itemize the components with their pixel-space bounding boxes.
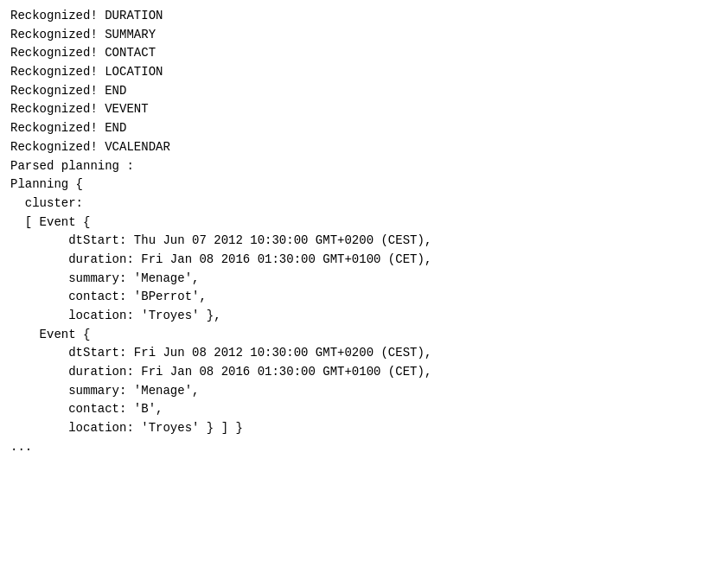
console-line: Planning { <box>10 175 718 194</box>
console-line: duration: Fri Jan 08 2016 01:30:00 GMT+0… <box>10 363 718 382</box>
console-line: Reckognized! SUMMARY <box>10 26 718 45</box>
console-line: Reckognized! DURATION <box>10 7 718 26</box>
console-line: Reckognized! END <box>10 82 718 101</box>
console-line: Reckognized! VCALENDAR <box>10 138 718 157</box>
console-line: Reckognized! CONTACT <box>10 44 718 63</box>
console-line: Parsed planning : <box>10 157 718 176</box>
console-output: Reckognized! DURATIONReckognized! SUMMAR… <box>10 7 718 457</box>
console-line: ... <box>10 438 718 457</box>
console-line: contact: 'B', <box>10 400 718 419</box>
console-line: Reckognized! LOCATION <box>10 63 718 82</box>
console-line: contact: 'BPerrot', <box>10 288 718 307</box>
console-line: Reckognized! VEVENT <box>10 100 718 119</box>
console-line: duration: Fri Jan 08 2016 01:30:00 GMT+0… <box>10 251 718 270</box>
console-line: location: 'Troyes' } ] } <box>10 419 718 438</box>
console-line: summary: 'Menage', <box>10 270 718 289</box>
console-line: Event { <box>10 326 718 345</box>
console-line: location: 'Troyes' }, <box>10 307 718 326</box>
console-line: [ Event { <box>10 213 718 233</box>
console-line: dtStart: Thu Jun 07 2012 10:30:00 GMT+02… <box>10 232 718 251</box>
console-line: cluster: <box>10 194 718 213</box>
console-line: Reckognized! END <box>10 119 718 138</box>
console-line: summary: 'Menage', <box>10 382 718 401</box>
console-line: dtStart: Fri Jun 08 2012 10:30:00 GMT+02… <box>10 344 718 363</box>
